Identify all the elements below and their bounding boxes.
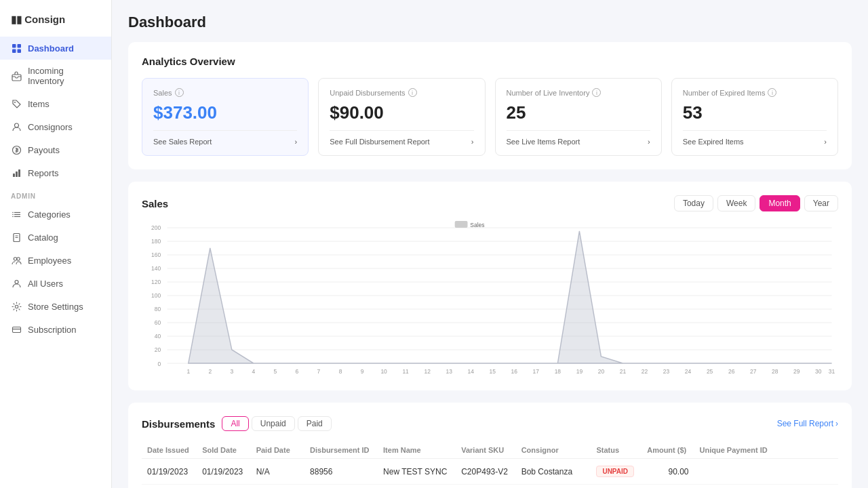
expired-info-icon[interactable]: i [768,88,776,97]
sidebar: ▮▮ Consign Dashboard Incoming Inventory … [0,0,112,488]
svg-text:19: 19 [576,368,583,375]
disb-filter-paid[interactable]: Paid [298,416,332,431]
cell-consignor: Lynn Dinero [516,485,591,489]
sidebar-item-catalog[interactable]: Catalog [0,226,111,249]
full-disbursement-link[interactable]: See Full Disbursement Report › [330,130,473,146]
sidebar-item-employees[interactable]: Employees [0,249,111,272]
svg-text:29: 29 [793,368,800,375]
chart-btn-year[interactable]: Year [804,195,838,211]
live-inventory-card: Number of Live Inventory i 25 See Live I… [495,78,662,156]
sidebar-item-allusers-label: All Users [28,279,63,289]
svg-rect-24 [12,327,20,332]
people-icon [11,255,22,266]
svg-rect-9 [16,171,18,177]
svg-text:31: 31 [829,368,835,375]
svg-rect-10 [18,169,20,177]
svg-text:14: 14 [468,368,475,375]
expired-items-card: Number of Expired Items i 53 See Expired… [671,78,838,156]
inbox-icon [11,70,22,81]
svg-rect-1 [17,44,21,48]
svg-rect-2 [12,49,16,53]
svg-text:Sales: Sales [470,222,485,228]
disb-filter-unpaid[interactable]: Unpaid [252,416,295,431]
svg-text:40: 40 [155,333,161,340]
chart-title: Sales [142,198,168,209]
cell-disbursement-id: 85146 [304,485,378,489]
svg-rect-79 [455,221,468,228]
col-item-name: Item Name [378,442,456,459]
sidebar-item-subscription[interactable]: Subscription [0,318,111,341]
sidebar-item-dashboard[interactable]: Dashboard [0,37,111,60]
svg-text:27: 27 [750,368,757,375]
grid-icon [11,43,22,54]
svg-text:80: 80 [155,306,161,312]
disbursements-header: Disbursements All Unpaid Paid See Full R… [142,416,838,431]
sales-info-icon[interactable]: i [175,88,184,97]
cell-item-name: New TEST SYNC [378,459,456,485]
cell-paid-date: N/A [251,485,304,489]
sidebar-item-reports[interactable]: Reports [0,161,111,184]
cell-date-issued: 01/19/2023 [142,459,197,485]
sidebar-item-consignors-label: Consignors [28,122,73,132]
svg-text:1: 1 [186,368,190,375]
svg-text:0: 0 [158,361,161,367]
svg-text:200: 200 [151,224,161,231]
svg-point-16 [12,216,14,217]
sidebar-item-categories[interactable]: Categories [0,203,111,226]
live-items-link[interactable]: See Live Items Report › [507,130,650,146]
svg-point-23 [15,305,18,308]
svg-text:9: 9 [361,368,364,375]
sales-stat-card: Sales i $373.00 See Sales Report › [142,78,309,156]
sidebar-item-employees-label: Employees [28,256,71,266]
disb-filter-all[interactable]: All [222,416,248,431]
table-row: 01/19/2023 01/19/2023 N/A 88956 New TEST… [142,459,838,485]
expired-items-link[interactable]: See Expired Items › [683,130,827,146]
disbursements-title: Disbursements [142,418,215,430]
expired-items-value: 53 [683,102,827,123]
svg-text:16: 16 [511,368,518,375]
sidebar-item-consignors[interactable]: Consignors [0,115,111,138]
sidebar-item-items[interactable]: Items [0,92,111,115]
chart-btn-today[interactable]: Today [674,195,713,211]
svg-text:26: 26 [728,368,735,375]
sidebar-item-payouts[interactable]: Payouts [0,138,111,161]
live-inv-label: Number of Live Inventory i [507,88,650,97]
svg-text:11: 11 [402,368,409,375]
sales-report-link[interactable]: See Sales Report › [153,130,297,146]
chart-btn-week[interactable]: Week [717,195,755,211]
svg-point-6 [14,123,18,127]
sidebar-item-incoming-label: Incoming Inventory [28,66,100,86]
list-icon [11,209,22,220]
svg-text:4: 4 [252,368,256,375]
svg-rect-8 [13,174,15,177]
cell-unique-payment-id: bce06190-d53c-403f-b6aa-6a8e608da45a [694,485,838,489]
sidebar-item-dashboard-label: Dashboard [28,43,74,54]
disb-full-report-link[interactable]: See Full Report › [777,419,838,428]
cell-variant-sku [456,485,515,489]
svg-text:13: 13 [446,368,452,375]
svg-text:6: 6 [296,368,299,375]
svg-text:21: 21 [620,368,627,375]
svg-text:7: 7 [317,368,321,375]
svg-text:23: 23 [663,368,670,375]
expired-items-label: Number of Expired Items i [683,88,827,97]
svg-text:24: 24 [685,368,692,375]
svg-text:8: 8 [339,368,342,375]
sidebar-item-subscription-label: Subscription [28,325,77,335]
book-icon [11,232,22,243]
sidebar-item-all-users[interactable]: All Users [0,272,111,295]
svg-text:160: 160 [151,251,161,258]
sidebar-item-categories-label: Categories [28,209,71,220]
unpaid-info-icon[interactable]: i [408,88,417,97]
sidebar-item-incoming-inventory[interactable]: Incoming Inventory [0,60,111,92]
svg-point-15 [12,214,14,215]
chart-header: Sales Today Week Month Year [142,195,838,211]
live-inv-info-icon[interactable]: i [592,88,601,97]
analytics-title: Analytics Overview [142,56,838,67]
sidebar-item-store-settings[interactable]: Store Settings [0,295,111,318]
analytics-grid: Sales i $373.00 See Sales Report › Unpai… [142,78,838,156]
svg-text:28: 28 [772,368,778,375]
svg-text:3: 3 [230,368,233,375]
sidebar-item-payouts-label: Payouts [28,145,60,155]
chart-btn-month[interactable]: Month [760,195,800,211]
